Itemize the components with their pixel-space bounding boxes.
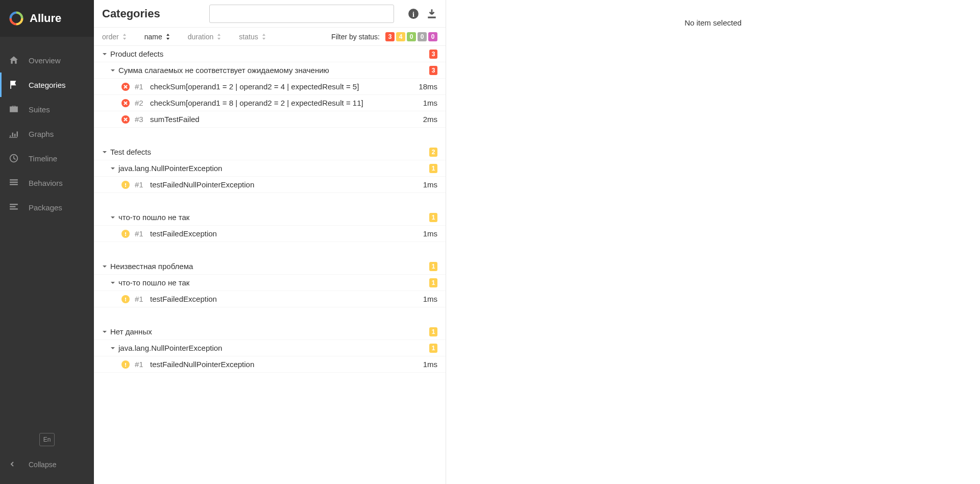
sidebar-item-suites[interactable]: Suites bbox=[0, 97, 94, 122]
language-button[interactable]: En bbox=[39, 433, 55, 446]
sort-duration[interactable]: duration bbox=[188, 33, 222, 41]
svg-rect-9 bbox=[125, 363, 126, 365]
chevron-down-icon bbox=[102, 329, 107, 334]
test-row[interactable]: #1 checkSum[operand1 = 2 | operand2 = 4 … bbox=[94, 79, 446, 95]
flag-icon bbox=[9, 80, 18, 89]
svg-rect-6 bbox=[125, 235, 126, 236]
category-row[interactable]: Неизвестная проблема 1 bbox=[94, 258, 446, 275]
svg-rect-3 bbox=[125, 183, 126, 185]
svg-text:i: i bbox=[412, 10, 414, 18]
test-row[interactable]: #1 testFailedNullPointerException 1ms bbox=[94, 356, 446, 373]
category-title: Неизвестная проблема bbox=[110, 262, 429, 271]
test-duration: 1ms bbox=[423, 180, 437, 189]
sidebar-item-timeline[interactable]: Timeline bbox=[0, 146, 94, 171]
download-icon[interactable] bbox=[426, 8, 437, 19]
chevron-down-icon bbox=[110, 280, 115, 285]
sidebar-item-label: Suites bbox=[29, 105, 50, 114]
test-duration: 1ms bbox=[423, 229, 437, 238]
count-badge: 3 bbox=[429, 66, 437, 75]
filter-broken[interactable]: 4 bbox=[396, 32, 405, 41]
test-index: #3 bbox=[135, 115, 145, 124]
filter-passed[interactable]: 0 bbox=[407, 32, 416, 41]
category-row[interactable]: Нет данных 1 bbox=[94, 324, 446, 340]
sort-name[interactable]: name bbox=[144, 33, 170, 41]
subcategory-row[interactable]: что-то пошло не так 1 bbox=[94, 275, 446, 291]
sidebar-bottom: En Collapse bbox=[0, 433, 94, 484]
test-index: #1 bbox=[135, 229, 145, 238]
status-broken-icon bbox=[121, 295, 130, 303]
list-icon bbox=[9, 178, 18, 187]
test-index: #2 bbox=[135, 99, 145, 107]
count-badge: 1 bbox=[429, 262, 437, 271]
test-index: #1 bbox=[135, 82, 145, 91]
detail-pane: No item selected bbox=[446, 0, 980, 484]
sidebar-item-label: Behaviors bbox=[29, 179, 63, 187]
info-icon[interactable]: i bbox=[408, 8, 419, 19]
subcategory-title: что-то пошло не так bbox=[118, 213, 429, 222]
sidebar-item-label: Graphs bbox=[29, 130, 54, 138]
allure-logo-icon bbox=[9, 11, 23, 26]
count-badge: 1 bbox=[429, 344, 437, 353]
subcategory-title: java.lang.NullPointerException bbox=[118, 344, 429, 352]
count-badge: 1 bbox=[429, 213, 437, 222]
svg-rect-4 bbox=[125, 186, 126, 187]
chevron-down-icon bbox=[110, 215, 115, 220]
subcategory-row[interactable]: java.lang.NullPointerException 1 bbox=[94, 160, 446, 177]
test-name: testFailedException bbox=[150, 295, 423, 303]
sidebar-item-label: Categories bbox=[29, 81, 66, 89]
sidebar-item-overview[interactable]: Overview bbox=[0, 48, 94, 72]
test-duration: 2ms bbox=[423, 115, 437, 124]
test-index: #1 bbox=[135, 180, 145, 189]
category-row[interactable]: Product defects 3 bbox=[94, 46, 446, 62]
sort-status[interactable]: status bbox=[239, 33, 266, 41]
category-title: Test defects bbox=[110, 148, 429, 156]
sidebar-item-label: Timeline bbox=[29, 154, 57, 163]
test-duration: 18ms bbox=[419, 82, 437, 91]
count-badge: 1 bbox=[429, 327, 437, 336]
chevron-down-icon bbox=[110, 68, 115, 73]
category-row[interactable]: Test defects 2 bbox=[94, 144, 446, 160]
svg-rect-5 bbox=[125, 232, 126, 234]
subcategory-row[interactable]: java.lang.NullPointerException 1 bbox=[94, 340, 446, 356]
collapse-button[interactable]: Collapse bbox=[0, 455, 94, 474]
align-left-icon bbox=[9, 203, 18, 212]
filter-failed[interactable]: 3 bbox=[385, 32, 395, 41]
test-row[interactable]: #1 testFailedException 1ms bbox=[94, 226, 446, 242]
sidebar-item-packages[interactable]: Packages bbox=[0, 195, 94, 220]
subcategory-row[interactable]: что-то пошло не так 1 bbox=[94, 209, 446, 226]
group-separator bbox=[94, 128, 446, 144]
group-separator bbox=[94, 307, 446, 324]
test-row[interactable]: #2 checkSum[operand1 = 8 | operand2 = 2 … bbox=[94, 95, 446, 111]
sidebar-item-categories[interactable]: Categories bbox=[0, 72, 94, 97]
group-separator bbox=[94, 193, 446, 209]
sort-order[interactable]: order bbox=[102, 33, 127, 41]
test-index: #1 bbox=[135, 295, 145, 303]
test-row[interactable]: #1 testFailedException 1ms bbox=[94, 291, 446, 307]
test-row[interactable]: #1 testFailedNullPointerException 1ms bbox=[94, 177, 446, 193]
bar-chart-icon bbox=[9, 129, 18, 138]
tree: Product defects 3 Сумма слагаемых не соо… bbox=[94, 46, 446, 484]
filter-skipped[interactable]: 0 bbox=[418, 32, 427, 41]
group-separator bbox=[94, 242, 446, 258]
test-duration: 1ms bbox=[423, 99, 437, 107]
test-index: #1 bbox=[135, 360, 145, 369]
test-name: checkSum[operand1 = 8 | operand2 = 2 | e… bbox=[150, 99, 423, 107]
filter-unknown[interactable]: 0 bbox=[428, 32, 437, 41]
test-row[interactable]: #3 sumTestFailed 2ms bbox=[94, 111, 446, 128]
chevron-down-icon bbox=[102, 52, 107, 57]
subcategory-title: что-то пошло не так bbox=[118, 278, 429, 287]
sidebar-item-behaviors[interactable]: Behaviors bbox=[0, 171, 94, 195]
search-input[interactable] bbox=[209, 5, 394, 23]
sidebar-item-graphs[interactable]: Graphs bbox=[0, 122, 94, 146]
count-badge: 1 bbox=[429, 278, 437, 287]
status-failed-icon bbox=[121, 99, 130, 107]
left-pane: Categories i order name duration status … bbox=[94, 0, 446, 484]
test-name: sumTestFailed bbox=[150, 115, 423, 124]
subcategory-row[interactable]: Сумма слагаемых не соответствует ожидаем… bbox=[94, 62, 446, 79]
status-broken-icon bbox=[121, 181, 130, 189]
subcategory-title: Сумма слагаемых не соответствует ожидаем… bbox=[118, 66, 429, 75]
svg-rect-10 bbox=[125, 366, 126, 367]
count-badge: 2 bbox=[429, 148, 437, 157]
sidebar-item-label: Overview bbox=[29, 56, 61, 65]
count-badge: 3 bbox=[429, 50, 437, 59]
